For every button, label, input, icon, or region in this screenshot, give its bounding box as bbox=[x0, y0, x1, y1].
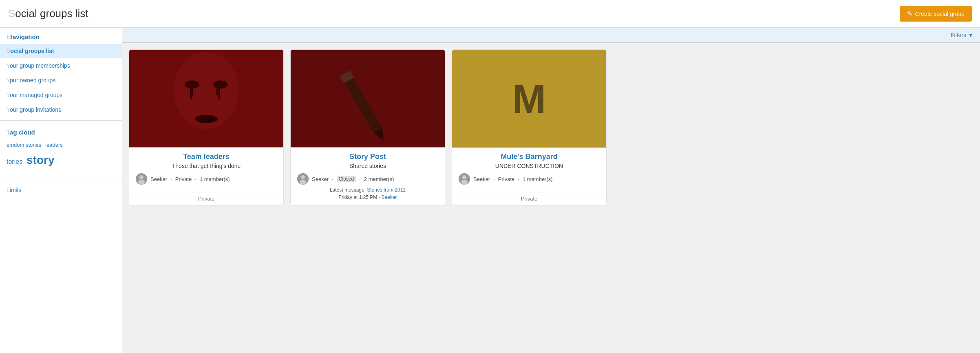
avatar-mules-barnyard bbox=[459, 173, 470, 185]
group-desc-story-post: Shared stories bbox=[297, 163, 438, 169]
group-meta-story-post: Seeker · Closed · 2 member(s) bbox=[297, 173, 438, 185]
filter-bar: Filters ▼ bbox=[122, 28, 980, 43]
group-owner-mules-barnyard: Seeker bbox=[473, 176, 490, 182]
group-owner-team-leaders: Seeker bbox=[150, 176, 167, 182]
svg-point-11 bbox=[139, 175, 143, 179]
group-status-mules-barnyard: Private bbox=[452, 192, 606, 205]
group-members-team-leaders: 1 member(s) bbox=[200, 176, 230, 182]
svg-point-19 bbox=[301, 175, 305, 179]
latest-message-link[interactable]: Stories from 2011 bbox=[367, 187, 406, 193]
group-image-story-post bbox=[291, 50, 445, 148]
group-owner-story-post: Seeker bbox=[312, 176, 329, 182]
group-members-mules-barnyard: 1 member(s) bbox=[523, 176, 553, 182]
avatar-team-leaders bbox=[136, 173, 147, 185]
filters-button[interactable]: Filters ▼ bbox=[951, 32, 973, 38]
header: Social groups list ✎ Create social group bbox=[0, 0, 980, 28]
group-image-mules-barnyard: M bbox=[452, 50, 606, 148]
tag-femdom-stories[interactable]: emdom stories bbox=[7, 142, 41, 148]
tag-cloud-heading: Tag cloud bbox=[7, 129, 115, 136]
group-card-body-story-post: Story Post Shared stories Seeker · C bbox=[291, 148, 445, 205]
group-name-mules-barnyard[interactable]: Mule's Barnyard bbox=[459, 152, 600, 161]
sidebar-item-limits[interactable]: Limits bbox=[0, 183, 122, 197]
group-meta-mules-barnyard: Seeker · Private · 1 member(s) bbox=[459, 173, 600, 185]
group-latest-story-post: Latest message: Stories from 2011 bbox=[297, 187, 438, 193]
group-closed-badge-story-post: Closed bbox=[337, 176, 356, 182]
sidebar-item-owned-groups[interactable]: Ypur owned groups bbox=[0, 73, 122, 88]
edit-icon: ✎ bbox=[907, 10, 912, 18]
group-card-mules-barnyard: M Mule's Barnyard UNDER CONSTRUCTION bbox=[452, 49, 607, 205]
group-desc-mules-barnyard: UNDER CONSTRUCTION bbox=[459, 163, 600, 169]
group-privacy-badge-mules-barnyard: Private bbox=[498, 176, 514, 182]
group-meta-team-leaders: Seeker · Private · 1 member(s) bbox=[136, 173, 277, 185]
letter-avatar-mules-barnyard: M bbox=[452, 50, 606, 148]
avatar-story-post bbox=[297, 173, 309, 185]
group-desc-team-leaders: Those that get thing's done bbox=[136, 163, 277, 169]
latest-user-link[interactable]: Seeker bbox=[381, 194, 397, 200]
main-layout: Nlavigation Social groups list Your grou… bbox=[0, 28, 980, 353]
group-name-team-leaders[interactable]: Team leaders bbox=[136, 152, 277, 161]
svg-point-20 bbox=[300, 180, 306, 185]
tag-cloud-tags: emdom stories leaders tories story bbox=[7, 140, 115, 171]
tag-story[interactable]: story bbox=[26, 154, 54, 166]
group-card-body-team-leaders: Team leaders Those that get thing's done… bbox=[129, 148, 283, 192]
tag-stories[interactable]: tories bbox=[7, 158, 22, 165]
group-latest-date-story-post: Friday at 1:25 PM · Seeker bbox=[297, 194, 438, 200]
sidebar-item-group-invitations[interactable]: Your group invitations bbox=[0, 102, 122, 117]
svg-rect-17 bbox=[291, 50, 445, 148]
group-image-team-leaders bbox=[129, 50, 283, 148]
sidebar-item-group-memberships[interactable]: Your group memberships bbox=[0, 58, 122, 73]
sidebar-nav-section: Nlavigation Social groups list Your grou… bbox=[0, 28, 122, 117]
content-area: Filters ▼ bbox=[122, 28, 980, 353]
page-title: Social groups list bbox=[8, 7, 88, 20]
group-status-team-leaders: Private bbox=[129, 192, 283, 205]
svg-point-12 bbox=[138, 180, 145, 185]
tag-cloud-section: Tag cloud emdom stories leaders tories s… bbox=[0, 124, 122, 176]
svg-rect-9 bbox=[129, 50, 283, 148]
sidebar-item-social-groups-list[interactable]: Social groups list bbox=[0, 44, 122, 58]
sidebar-nav-heading: Nlavigation bbox=[0, 28, 122, 44]
group-card-body-mules-barnyard: Mule's Barnyard UNDER CONSTRUCTION Seeke… bbox=[452, 148, 606, 192]
sidebar-item-managed-groups[interactable]: Your managed groups bbox=[0, 88, 122, 102]
svg-point-23 bbox=[461, 180, 468, 185]
group-card-story-post: Story Post Shared stories Seeker · C bbox=[290, 49, 445, 205]
group-name-story-post[interactable]: Story Post bbox=[297, 152, 438, 161]
sidebar: Nlavigation Social groups list Your grou… bbox=[0, 28, 122, 353]
svg-point-22 bbox=[462, 175, 466, 179]
chevron-down-icon: ▼ bbox=[968, 32, 973, 38]
group-members-story-post: 2 member(s) bbox=[364, 176, 394, 182]
groups-grid: Team leaders Those that get thing's done… bbox=[122, 43, 980, 212]
create-social-group-button[interactable]: ✎ Create social group bbox=[900, 6, 972, 22]
tag-leaders[interactable]: leaders bbox=[45, 142, 63, 148]
group-privacy-badge-team-leaders: Private bbox=[175, 176, 192, 182]
group-card-team-leaders: Team leaders Those that get thing's done… bbox=[129, 49, 284, 205]
